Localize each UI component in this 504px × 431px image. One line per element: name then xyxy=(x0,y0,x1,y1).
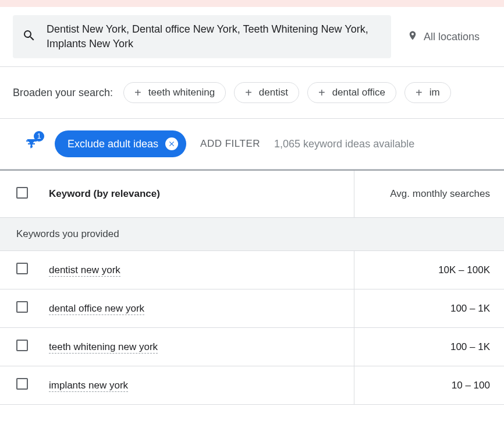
row-checkbox[interactable] xyxy=(16,340,28,351)
notification-strip xyxy=(0,0,504,7)
keyword-cell[interactable]: dentist new york xyxy=(47,251,354,289)
table-row: dentist new york 10K – 100K xyxy=(0,251,504,289)
row-checkbox[interactable] xyxy=(16,378,28,390)
search-query-text: Dentist New York, Dental office New York… xyxy=(47,22,382,51)
table-row: implants new york 10 – 100 xyxy=(0,366,504,405)
searches-cell: 100 – 1K xyxy=(354,289,504,328)
broaden-chip[interactable]: + dental office xyxy=(307,82,396,103)
searches-cell: 10K – 100K xyxy=(354,251,504,289)
keyword-cell[interactable]: dental office new york xyxy=(47,289,354,328)
chip-label: dentist xyxy=(259,87,288,98)
location-icon xyxy=(407,30,418,44)
plus-icon: + xyxy=(416,87,423,98)
location-selector[interactable]: All locations xyxy=(402,30,480,44)
broaden-chip[interactable]: + dentist xyxy=(234,82,299,103)
active-filter-label: Exclude adult ideas xyxy=(68,138,158,150)
table-row: teeth whitening new york 100 – 1K xyxy=(0,328,504,366)
table-section-row: Keywords you provided xyxy=(0,218,504,251)
header-searches[interactable]: Avg. monthly searches xyxy=(354,170,504,218)
table-row: dental office new york 100 – 1K xyxy=(0,289,504,328)
active-filter-chip[interactable]: Exclude adult ideas xyxy=(55,130,186,157)
table-header-row: Keyword (by relevance) Avg. monthly sear… xyxy=(0,170,504,218)
close-icon xyxy=(168,140,176,148)
keyword-cell[interactable]: teeth whitening new york xyxy=(47,328,354,366)
search-icon xyxy=(22,29,36,45)
filter-row: 1 Exclude adult ideas ADD FILTER 1,065 k… xyxy=(0,119,504,169)
chip-label: im xyxy=(430,87,440,98)
row-checkbox[interactable] xyxy=(16,301,28,313)
keyword-cell[interactable]: implants new york xyxy=(47,366,354,405)
searches-cell: 100 – 1K xyxy=(354,328,504,366)
keywords-table: Keyword (by relevance) Avg. monthly sear… xyxy=(0,169,504,405)
filter-count-badge: 1 xyxy=(34,131,44,142)
chip-label: dental office xyxy=(332,87,385,98)
broaden-label: Broaden your search: xyxy=(13,87,113,99)
ideas-available-text: 1,065 keyword ideas available xyxy=(274,138,414,150)
broaden-search-row: Broaden your search: + teeth whitening +… xyxy=(0,67,504,119)
broaden-chip[interactable]: + im xyxy=(404,82,451,103)
plus-icon: + xyxy=(318,87,325,98)
select-all-cell xyxy=(0,170,47,218)
filter-funnel[interactable]: 1 xyxy=(22,135,41,153)
location-label: All locations xyxy=(424,31,480,43)
header-keyword[interactable]: Keyword (by relevance) xyxy=(47,170,354,218)
top-bar: Dentist New York, Dental office New York… xyxy=(0,7,504,67)
row-checkbox[interactable] xyxy=(16,263,28,274)
broaden-chip[interactable]: + teeth whitening xyxy=(123,82,226,103)
search-box[interactable]: Dentist New York, Dental office New York… xyxy=(13,15,391,58)
plus-icon: + xyxy=(245,87,252,98)
section-label: Keywords you provided xyxy=(0,218,504,251)
searches-cell: 10 – 100 xyxy=(354,366,504,405)
remove-filter-button[interactable] xyxy=(165,137,178,150)
select-all-checkbox[interactable] xyxy=(16,187,28,199)
chip-label: teeth whitening xyxy=(148,87,215,98)
plus-icon: + xyxy=(134,87,141,98)
add-filter-button[interactable]: ADD FILTER xyxy=(200,138,260,150)
